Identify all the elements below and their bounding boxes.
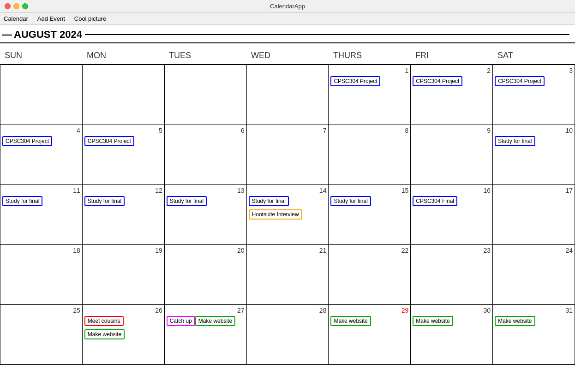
calendar-event[interactable]: Study for final [330, 196, 371, 206]
date-number: 26 [84, 307, 162, 314]
date-number: 11 [2, 187, 80, 194]
day-header-fri: FRI [411, 47, 493, 64]
calendar-cell[interactable]: 26Meet cousinsMake website [83, 305, 165, 365]
calendar-event[interactable]: CPSC304 Project [413, 76, 462, 86]
titlebar: CalendarApp [0, 0, 575, 13]
calendar-event[interactable]: Study for final [167, 196, 207, 206]
calendar-event[interactable]: Hootsuite Interview [249, 209, 302, 220]
date-number: 13 [167, 187, 245, 194]
calendar-event[interactable]: Study for final [2, 196, 42, 206]
calendar-event[interactable]: Make website [413, 316, 453, 326]
day-header-sun: SUN [0, 47, 82, 64]
calendar-grid: 1CPSC304 Project2CPSC304 Project3CPSC304… [0, 65, 575, 365]
calendar-cell[interactable]: 18 [0, 245, 83, 305]
date-number: 8 [330, 127, 408, 134]
traffic-lights[interactable] [5, 3, 28, 9]
day-header-mon: MON [82, 47, 164, 64]
calendar-cell[interactable]: 23 [411, 245, 493, 305]
date-number: 14 [249, 187, 327, 194]
calendar-event[interactable]: Make website [330, 316, 371, 326]
date-number: 20 [167, 247, 245, 254]
maximize-button[interactable] [22, 3, 28, 9]
calendar-cell[interactable]: 27Catch upMake website [165, 305, 247, 365]
menu-add-event[interactable]: Add Event [37, 15, 65, 22]
calendar-cell[interactable]: 3CPSC304 Project [493, 65, 575, 125]
date-number: 23 [413, 247, 491, 254]
calendar-cell[interactable] [0, 65, 83, 125]
calendar-cell[interactable]: 30Make website [411, 305, 493, 365]
calendar-cell[interactable]: 8 [329, 125, 411, 185]
date-number: 28 [249, 307, 327, 314]
calendar-event[interactable]: Catch up [167, 316, 195, 326]
date-number: 19 [84, 247, 162, 254]
calendar-cell[interactable]: 1CPSC304 Project [329, 65, 411, 125]
date-number: 1 [330, 67, 408, 74]
date-number: 17 [495, 187, 573, 194]
calendar-cell[interactable]: 15Study for final [329, 185, 411, 245]
calendar-cell[interactable]: 9 [411, 125, 493, 185]
day-header-sat: SAT [493, 47, 575, 64]
date-number: 5 [84, 127, 162, 134]
date-number: 7 [249, 127, 327, 134]
calendar-cell[interactable]: 17 [493, 185, 575, 245]
calendar-cell[interactable]: 2CPSC304 Project [411, 65, 493, 125]
calendar-event[interactable]: Study for final [249, 196, 289, 206]
app-title: CalendarApp [270, 3, 305, 10]
calendar-cell[interactable]: 4CPSC304 Project [0, 125, 83, 185]
calendar-cell[interactable]: 24 [493, 245, 575, 305]
date-number: 22 [330, 247, 408, 254]
calendar-event[interactable]: Meet cousins [84, 316, 124, 326]
date-number: 15 [330, 187, 408, 194]
calendar-event[interactable]: Make website [495, 316, 535, 326]
calendar-event[interactable]: Make website [195, 316, 235, 326]
date-number: 30 [413, 307, 491, 314]
calendar-cell[interactable] [247, 65, 329, 125]
calendar-cell[interactable]: 13Study for final [165, 185, 247, 245]
calendar-cell[interactable] [165, 65, 247, 125]
calendar-event[interactable]: Study for final [84, 196, 125, 206]
calendar-cell[interactable]: 31Make website [493, 305, 575, 365]
menu-calendar[interactable]: Calendar [4, 15, 28, 22]
menubar: Calendar Add Event Cool picture [0, 13, 575, 25]
date-number: 4 [2, 127, 80, 134]
calendar-event[interactable]: CPSC304 Project [330, 76, 380, 86]
calendar-cell[interactable] [83, 65, 165, 125]
date-number: 16 [413, 187, 491, 194]
day-headers: SUN MON TUES WED THURS FRI SAT [0, 47, 575, 65]
calendar-event[interactable]: CPSC304 Project [495, 76, 545, 86]
calendar-cell[interactable]: 20 [165, 245, 247, 305]
calendar-cell[interactable]: 10Study for final [493, 125, 575, 185]
calendar-cell[interactable]: 6 [165, 125, 247, 185]
calendar-cell[interactable]: 25 [0, 305, 83, 365]
calendar-cell[interactable]: 29Make website [329, 305, 411, 365]
date-number: 29 [330, 307, 408, 314]
month-header: — AUGUST 2024 [0, 25, 575, 43]
calendar-cell[interactable]: 22 [329, 245, 411, 305]
day-header-tues: TUES [164, 47, 246, 64]
calendar-cell[interactable]: 28 [247, 305, 329, 365]
calendar-event[interactable]: Make website [84, 329, 125, 339]
date-number: 2 [413, 67, 491, 74]
calendar-cell[interactable]: 7 [247, 125, 329, 185]
minimize-button[interactable] [13, 3, 19, 9]
close-button[interactable] [5, 3, 11, 9]
date-number: 6 [167, 127, 245, 134]
calendar-cell[interactable]: 11Study for final [0, 185, 83, 245]
calendar-cell[interactable]: 21 [247, 245, 329, 305]
calendar-event[interactable]: Study for final [495, 136, 535, 146]
date-number: 31 [495, 307, 573, 314]
calendar-cell[interactable]: 19 [83, 245, 165, 305]
calendar-event[interactable]: CPSC304 Project [2, 136, 52, 146]
menu-cool-picture[interactable]: Cool picture [74, 15, 106, 22]
date-number: 18 [2, 247, 80, 254]
day-header-wed: WED [246, 47, 329, 64]
calendar-event[interactable]: CPSC304 Project [84, 136, 134, 146]
calendar-cell[interactable]: 14Study for finalHootsuite Interview [247, 185, 329, 245]
calendar-event[interactable]: CPSC304 Final [413, 196, 457, 206]
calendar-cell[interactable]: 5CPSC304 Project [83, 125, 165, 185]
date-number: 9 [413, 127, 491, 134]
date-number: 24 [495, 247, 573, 254]
calendar-cell[interactable]: 16CPSC304 Final [411, 185, 493, 245]
date-number: 10 [495, 127, 573, 134]
calendar-cell[interactable]: 12Study for final [83, 185, 165, 245]
